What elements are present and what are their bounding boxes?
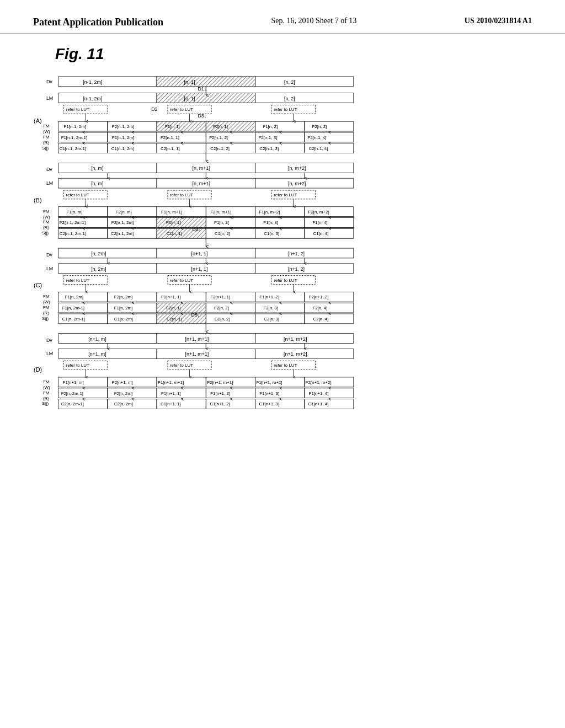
svg-text:Dv: Dv <box>46 338 52 343</box>
svg-text:S(j): S(j) <box>42 231 49 235</box>
svg-rect-152 <box>206 228 255 238</box>
svg-text:C1[n+1, 4]: C1[n+1, 4] <box>308 402 329 406</box>
svg-text:[n, m+2]: [n, m+2] <box>288 165 306 171</box>
svg-text:F2[n-1, 2m-1]: F2[n-1, 2m-1] <box>60 220 86 225</box>
svg-text:refer to LUT: refer to LUT <box>170 363 193 368</box>
header-right: US 2010/0231814 A1 <box>465 17 532 25</box>
svg-rect-259 <box>58 349 157 358</box>
svg-text:C1[n, 2]: C1[n, 2] <box>215 231 230 236</box>
svg-text:F2[n, 1]: F2[n, 1] <box>213 124 228 129</box>
svg-text:(R): (R) <box>43 396 49 401</box>
svg-rect-35 <box>157 121 206 131</box>
svg-text:C2[n-1, 4]: C2[n-1, 4] <box>309 146 328 151</box>
svg-text:F2[n, 1]: F2[n, 1] <box>166 306 181 311</box>
svg-text:FM: FM <box>43 209 49 214</box>
svg-text:FM: FM <box>43 220 49 224</box>
svg-text:C2[n, 1]: C2[n, 1] <box>167 317 182 322</box>
svg-text:refer to LUT: refer to LUT <box>66 107 89 112</box>
svg-text:[n+1, m]: [n+1, m] <box>88 351 106 357</box>
svg-text:F1[n, 2m]: F1[n, 2m] <box>65 295 83 299</box>
svg-text:D3↓: D3↓ <box>198 113 206 119</box>
svg-text:FM: FM <box>43 294 49 299</box>
svg-text:C1[n, 2m-1]: C1[n, 2m-1] <box>62 317 85 322</box>
svg-rect-217 <box>255 303 304 313</box>
svg-text:D2: D2 <box>151 106 157 112</box>
svg-text:F1[n+1, m]: F1[n+1, m] <box>63 380 84 385</box>
svg-text:C2[n, 2m]: C2[n, 2m] <box>114 402 133 406</box>
svg-rect-236 <box>255 314 304 324</box>
svg-text:FM: FM <box>43 124 49 129</box>
svg-text:[n, 2]: [n, 2] <box>284 96 295 101</box>
svg-text:refer to LUT: refer to LUT <box>274 107 297 112</box>
svg-rect-154 <box>255 228 304 238</box>
svg-rect-177 <box>58 264 157 274</box>
svg-text:F2[n, 2]: F2[n, 2] <box>214 306 229 311</box>
svg-text:refer to LUT: refer to LUT <box>66 278 89 283</box>
svg-text:C2[n, 4]: C2[n, 4] <box>313 317 328 322</box>
svg-text:[n+1, m]: [n+1, m] <box>88 336 106 342</box>
main-diagram: (A) Dv [n-1, 2m] [n, 1] D1↓ [n, 2] LM [n… <box>29 71 536 678</box>
svg-text:C2[n-1, 1]: C2[n-1, 1] <box>161 146 180 151</box>
svg-text:FM: FM <box>43 135 49 140</box>
svg-text:[n+1, 1]: [n+1, 1] <box>191 266 208 272</box>
svg-text:[n, m]: [n, m] <box>91 165 103 171</box>
svg-text:F2[n+1, 2]: F2[n+1, 2] <box>309 295 329 299</box>
svg-text:(D): (D) <box>34 366 42 373</box>
svg-rect-5 <box>157 77 255 87</box>
svg-text:Dv: Dv <box>46 167 52 172</box>
svg-text:F1[n+1, 2]: F1[n+1, 2] <box>259 295 279 299</box>
svg-text:refer to LUT: refer to LUT <box>274 192 297 197</box>
svg-rect-212 <box>157 303 206 313</box>
svg-text:S(j): S(j) <box>42 316 49 321</box>
svg-text:C1[n-1, 2m-1]: C1[n-1, 2m-1] <box>60 146 86 151</box>
svg-text:[n-1, 2m]: [n-1, 2m] <box>83 96 102 101</box>
svg-rect-114 <box>108 207 157 217</box>
svg-text:F2[n, 2m]: F2[n, 2m] <box>114 391 132 396</box>
svg-text:(W): (W) <box>43 215 50 220</box>
svg-text:C2[n, 2]: C2[n, 2] <box>215 317 230 322</box>
svg-text:F1[n, 2]: F1[n, 2] <box>214 220 229 225</box>
diagram-wrapper: (A) Dv [n-1, 2m] [n, 1] D1↓ [n, 2] LM [n… <box>0 71 565 678</box>
svg-text:F1[n, 3]: F1[n, 3] <box>263 220 278 225</box>
svg-text:F1[n, 4]: F1[n, 4] <box>313 220 328 225</box>
svg-text:F1[n, 2m-1]: F1[n, 2m-1] <box>62 306 84 311</box>
svg-text:[n+1, m+2]: [n+1, m+2] <box>284 336 307 342</box>
svg-text:F1[n+1, m+2]: F1[n+1, m+2] <box>256 380 282 385</box>
svg-text:F1[n+1, 2]: F1[n+1, 2] <box>210 391 230 396</box>
svg-text:F2[n+1, m+2]: F2[n+1, m+2] <box>306 380 332 385</box>
svg-text:C2[n, 2m-1]: C2[n, 2m-1] <box>61 402 84 406</box>
svg-text:F1[n, 1]: F1[n, 1] <box>166 220 181 225</box>
svg-text:S(j): S(j) <box>42 146 49 151</box>
header-left: Patent Application Publication <box>33 17 163 28</box>
svg-text:Dv: Dv <box>46 252 52 258</box>
svg-text:F1[n+1, 3]: F1[n+1, 3] <box>259 391 279 396</box>
svg-rect-156 <box>305 228 354 238</box>
svg-rect-16 <box>255 93 353 103</box>
svg-text:F2[n+1, m]: F2[n+1, m] <box>112 380 133 385</box>
svg-text:[n, 2]: [n, 2] <box>284 79 295 85</box>
svg-text:F1[n, m]: F1[n, m] <box>67 210 83 215</box>
svg-text:F2[n, m]: F2[n, m] <box>116 210 132 215</box>
svg-text:C1[n, 4]: C1[n, 4] <box>313 231 328 236</box>
svg-text:F1[n, 2]: F1[n, 2] <box>263 124 278 129</box>
svg-rect-112 <box>58 207 108 217</box>
svg-text:F1[n+1, 4]: F1[n+1, 4] <box>309 391 329 396</box>
svg-text:(W): (W) <box>43 129 50 134</box>
svg-text:F2[n, 2m-1]: F2[n, 2m-1] <box>61 391 83 396</box>
svg-text:F1[n, 1]: F1[n, 1] <box>165 124 180 129</box>
svg-text:F1[n-1, 2m]: F1[n-1, 2m] <box>112 135 134 140</box>
svg-rect-8 <box>255 77 353 87</box>
page-header: Patent Application Publication Sep. 16, … <box>0 0 565 34</box>
svg-text:F1[n-1, 2m]: F1[n-1, 2m] <box>64 124 86 129</box>
svg-text:(W): (W) <box>43 385 50 390</box>
svg-text:LM: LM <box>46 95 53 101</box>
svg-text:[n+1, m+1]: [n+1, m+1] <box>185 336 209 342</box>
svg-text:Dv: Dv <box>46 79 52 84</box>
svg-rect-137 <box>305 218 354 228</box>
svg-rect-95 <box>58 178 157 188</box>
svg-rect-135 <box>255 218 304 228</box>
svg-text:F2[n, 2m]: F2[n, 2m] <box>114 295 132 299</box>
svg-text:C1[n-1, 2m]: C1[n-1, 2m] <box>111 146 134 151</box>
svg-text:F2[n, m+2]: F2[n, m+2] <box>308 210 329 215</box>
svg-rect-167 <box>58 248 157 258</box>
